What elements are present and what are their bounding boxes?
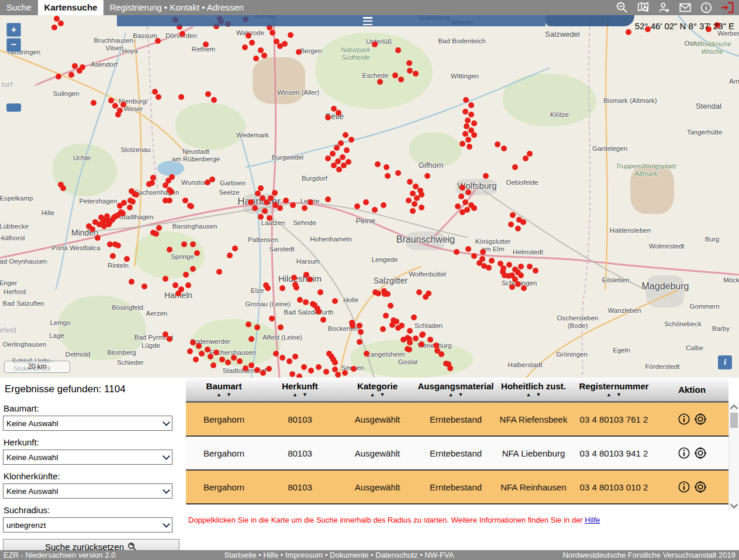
chevron-down-icon[interactable] <box>161 485 172 497</box>
map-marker[interactable] <box>515 226 521 231</box>
map-marker[interactable] <box>343 132 348 138</box>
zoom-out-button[interactable]: − <box>6 38 21 52</box>
map-marker[interactable] <box>465 246 471 252</box>
map-marker[interactable] <box>258 214 264 220</box>
map-marker[interactable] <box>120 102 126 108</box>
map-marker[interactable] <box>265 285 271 291</box>
map-marker[interactable] <box>377 79 383 85</box>
map-marker[interactable] <box>190 241 196 247</box>
map-marker[interactable] <box>254 324 260 330</box>
map-marker[interactable] <box>420 331 426 337</box>
map-marker[interactable] <box>344 147 350 153</box>
map-marker[interactable] <box>406 198 412 203</box>
map-marker[interactable] <box>385 173 391 179</box>
map-marker[interactable] <box>181 241 187 247</box>
map-marker[interactable] <box>211 97 217 103</box>
tab-suche[interactable]: Suche <box>0 0 38 15</box>
map-marker[interactable] <box>395 325 401 331</box>
map-marker[interactable] <box>471 132 477 138</box>
map-marker[interactable] <box>325 196 331 202</box>
map-marker[interactable] <box>254 367 260 373</box>
scroll-thumb[interactable] <box>730 413 738 428</box>
map-marker[interactable] <box>296 374 302 378</box>
help-link[interactable]: Hilfe <box>585 516 600 524</box>
map-marker[interactable] <box>302 205 308 211</box>
map-marker[interactable] <box>471 253 477 259</box>
map-marker[interactable] <box>375 291 381 296</box>
map-marker[interactable] <box>163 331 168 337</box>
map-marker[interactable] <box>419 205 424 210</box>
column-header-registernummer[interactable]: Registernummer▲▼ <box>572 378 655 401</box>
map-marker[interactable] <box>395 170 401 176</box>
map-marker[interactable] <box>406 347 412 352</box>
map-marker[interactable] <box>506 273 512 279</box>
map-marker[interactable] <box>289 371 295 377</box>
map-marker[interactable] <box>308 199 313 205</box>
sort-desc-icon[interactable]: ▼ <box>380 392 385 397</box>
sort-desc-icon[interactable]: ▼ <box>536 392 541 397</box>
map-marker[interactable] <box>297 297 303 303</box>
map-marker[interactable] <box>266 366 272 372</box>
map-marker[interactable] <box>407 328 413 334</box>
map-marker[interactable] <box>462 131 468 137</box>
map-marker[interactable] <box>150 175 156 181</box>
klonherkuenfte-select[interactable]: Keine Auswahl <box>3 483 172 499</box>
map-marker[interactable] <box>460 141 465 147</box>
locate-icon[interactable] <box>694 481 707 493</box>
map-marker[interactable] <box>340 154 346 160</box>
map-marker[interactable] <box>480 249 486 255</box>
map-marker[interactable] <box>278 324 284 330</box>
map-marker[interactable] <box>527 264 533 269</box>
map-marker[interactable] <box>325 115 331 120</box>
map-marker[interactable] <box>172 282 178 288</box>
map-marker[interactable] <box>509 284 515 290</box>
map-marker[interactable] <box>330 151 336 157</box>
map-marker[interactable] <box>626 29 631 35</box>
map-marker[interactable] <box>58 182 64 188</box>
add-user-icon[interactable] <box>657 1 671 14</box>
map-marker[interactable] <box>277 205 283 211</box>
map-marker[interactable] <box>291 275 297 281</box>
info-icon[interactable] <box>678 413 690 426</box>
map-marker[interactable] <box>384 164 389 170</box>
map-marker[interactable] <box>279 355 285 361</box>
map-marker[interactable] <box>282 41 288 47</box>
map-marker[interactable] <box>199 351 205 357</box>
map-marker[interactable] <box>115 112 121 117</box>
map-marker[interactable] <box>196 343 202 349</box>
map-marker[interactable] <box>258 185 264 191</box>
attribution-info-button[interactable]: i <box>718 355 732 369</box>
scroll-down-arrow[interactable] <box>729 502 739 510</box>
map-marker[interactable] <box>301 364 307 370</box>
map-marker[interactable] <box>246 322 251 327</box>
map-marker[interactable] <box>308 368 314 374</box>
map-marker[interactable] <box>163 276 168 282</box>
zoom-out-icon[interactable] <box>615 1 629 14</box>
map-marker[interactable] <box>460 209 465 215</box>
map-marker[interactable] <box>190 340 196 345</box>
map-marker[interactable] <box>332 359 338 365</box>
map-marker[interactable] <box>290 202 296 208</box>
map-marker[interactable] <box>395 47 401 53</box>
map-marker[interactable] <box>351 366 357 372</box>
map-marker[interactable] <box>462 109 468 115</box>
table-row[interactable]: Bergahorn80103AusgewähltErntebestandNFA … <box>186 403 728 437</box>
sort-asc-icon[interactable]: ▲ <box>526 392 531 397</box>
map-marker[interactable] <box>188 203 194 209</box>
map-marker[interactable] <box>269 316 275 322</box>
map-marker[interactable] <box>248 336 254 342</box>
map-marker[interactable] <box>270 30 275 36</box>
column-header-kategorie[interactable]: Kategorie▲▼ <box>338 378 417 401</box>
map-marker[interactable] <box>178 94 184 100</box>
chevron-down-icon[interactable] <box>161 518 172 531</box>
map-marker[interactable] <box>167 198 172 203</box>
sort-asc-icon[interactable]: ▲ <box>216 392 222 397</box>
map-marker[interactable] <box>58 20 64 26</box>
map-marker[interactable] <box>407 179 413 185</box>
map-marker[interactable] <box>179 31 185 37</box>
map-marker[interactable] <box>141 284 147 289</box>
map-marker[interactable] <box>489 258 495 264</box>
map-marker[interactable] <box>468 112 474 117</box>
map-marker[interactable] <box>518 264 524 269</box>
map-marker[interactable] <box>203 42 209 47</box>
